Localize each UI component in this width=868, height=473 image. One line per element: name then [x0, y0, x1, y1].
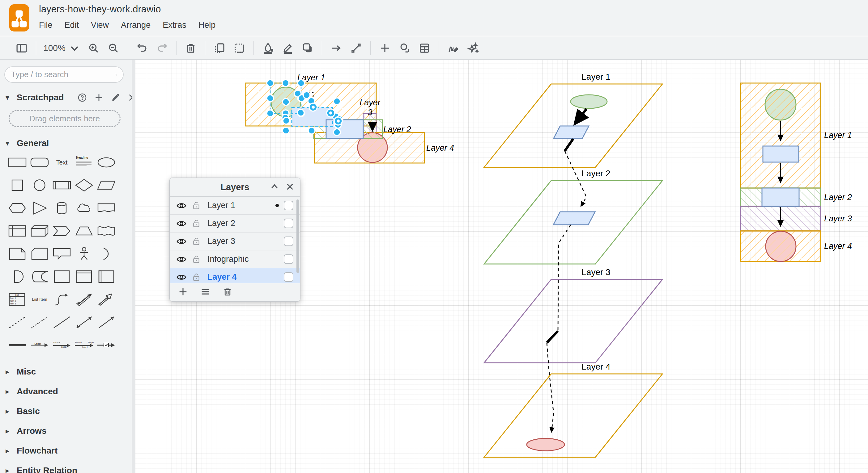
edit-pencil-icon[interactable] — [111, 93, 121, 102]
shape-list[interactable]: ListItem 1Item 2Item 3 — [7, 291, 28, 308]
shape-arrow[interactable] — [96, 291, 117, 308]
toggle-format-panel-button[interactable] — [13, 40, 30, 56]
plane-layer3[interactable] — [484, 279, 662, 363]
layer-checkbox[interactable] — [284, 272, 293, 282]
section-arrows[interactable]: ▸Arrows — [0, 421, 132, 441]
help-icon[interactable] — [77, 93, 87, 102]
shape-source-label-arrow[interactable]: SourceLabel — [51, 337, 72, 354]
layer-name[interactable]: Layer 4 — [208, 272, 284, 282]
dashed-connector-3[interactable] — [547, 343, 554, 432]
layer-row-infographic[interactable]: Infographic — [170, 250, 300, 268]
dashed-connector-1[interactable] — [565, 151, 586, 206]
zoom-out-button[interactable] — [105, 40, 122, 56]
dashed-connector-2[interactable] — [558, 225, 570, 331]
shape-cloud[interactable] — [73, 199, 95, 217]
shape-or[interactable] — [96, 245, 117, 263]
thick-arrow[interactable] — [576, 109, 586, 123]
shape-line[interactable] — [51, 314, 72, 331]
sidebar-scrollbar[interactable] — [132, 60, 135, 473]
shape-diamond[interactable] — [73, 177, 95, 194]
shape-actor[interactable] — [73, 245, 95, 263]
plane-layer4[interactable] — [484, 374, 662, 457]
shape-link[interactable] — [7, 337, 28, 354]
shape-and[interactable] — [7, 268, 28, 285]
diagram-overlap[interactable]: Layer 1 Layer 3 Layer 2 Layer 4 — [246, 73, 454, 163]
layer-row-layer-3[interactable]: Layer 3 — [170, 233, 300, 250]
shape-list-item[interactable]: List Item — [29, 291, 50, 308]
layer-checkbox[interactable] — [284, 201, 293, 210]
shape-parallelogram[interactable] — [96, 177, 117, 194]
layer-row-layer-4[interactable]: Layer 4 — [170, 268, 300, 283]
section-advanced[interactable]: ▸Advanced — [0, 382, 132, 401]
add-icon[interactable] — [94, 93, 104, 102]
green-ellipse[interactable] — [570, 95, 607, 108]
shape-tape[interactable] — [96, 222, 117, 240]
shape-card[interactable] — [29, 245, 50, 263]
layer-row-layer-2[interactable]: Layer 2 — [170, 214, 300, 233]
layers-dialog-titlebar[interactable]: Layers — [170, 178, 300, 197]
sketch-button[interactable] — [445, 40, 461, 56]
diagram-stack[interactable]: Layer 1 Layer 2 Layer 3 Layer 4 — [484, 72, 662, 457]
shape-bidirectional-arrow[interactable] — [73, 291, 95, 308]
shape-search[interactable] — [4, 66, 124, 83]
line-color-button[interactable] — [280, 40, 296, 56]
to-front-button[interactable] — [211, 40, 227, 56]
shape-internal-storage[interactable] — [7, 222, 28, 240]
shape-cylinder[interactable] — [51, 199, 72, 217]
shape-step[interactable] — [51, 222, 72, 240]
shape-hexagon[interactable] — [7, 199, 28, 217]
scratchpad-drop-area[interactable]: Drag elements here — [9, 110, 121, 127]
section-basic[interactable]: ▸Basic — [0, 401, 132, 421]
waypoints-button[interactable] — [348, 40, 364, 56]
red-ellipse[interactable] — [527, 438, 564, 451]
layer-checkbox[interactable] — [284, 218, 293, 228]
table-button[interactable] — [416, 40, 432, 56]
shape-dotted-line[interactable] — [29, 314, 50, 331]
shape-bidirectional-connector[interactable] — [73, 314, 95, 331]
zoom-level-button[interactable]: 100% — [42, 40, 82, 56]
undo-button[interactable] — [134, 40, 150, 56]
visibility-eye-icon[interactable] — [177, 218, 186, 229]
visibility-eye-icon[interactable] — [177, 236, 186, 246]
shape-arrow-with-box[interactable] — [96, 337, 117, 354]
shape-textbox[interactable]: Heading — [73, 154, 95, 171]
shape-callout[interactable] — [51, 245, 72, 263]
insert-shape-button[interactable] — [397, 40, 413, 56]
shape-rectangle[interactable] — [7, 154, 28, 171]
close-dialog-button[interactable] — [285, 181, 295, 193]
shadow-button[interactable] — [300, 40, 316, 56]
layer-name[interactable]: Layer 1 — [208, 201, 275, 210]
unlock-icon[interactable] — [192, 201, 200, 210]
shape-label-arrow[interactable]: Label — [29, 337, 50, 354]
blue-parallelogram-2[interactable] — [553, 212, 595, 225]
shape-container[interactable] — [51, 268, 72, 285]
menu-view[interactable]: View — [91, 21, 109, 30]
shape-circle[interactable] — [29, 177, 50, 194]
menu-edit[interactable]: Edit — [65, 21, 79, 30]
menu-extras[interactable]: Extras — [163, 21, 186, 30]
visibility-eye-icon[interactable] — [177, 201, 186, 210]
visibility-eye-icon[interactable] — [177, 255, 186, 264]
shape-rounded-rectangle[interactable] — [29, 154, 50, 171]
section-entity-relation[interactable]: ▸Entity Relation — [0, 461, 132, 473]
layer-name[interactable]: Layer 3 — [208, 236, 284, 246]
section-misc[interactable]: ▸Misc — [0, 362, 132, 382]
shape-text[interactable]: Text — [51, 154, 72, 171]
shape-curve[interactable] — [51, 291, 72, 308]
redo-button[interactable] — [154, 40, 170, 56]
menu-file[interactable]: File — [39, 21, 53, 30]
shape-trapezoid[interactable] — [73, 222, 95, 240]
shape-square[interactable] — [7, 177, 28, 194]
search-input[interactable] — [11, 70, 115, 79]
section-flowchart[interactable]: ▸Flowchart — [0, 441, 132, 461]
shape-note[interactable] — [7, 245, 28, 263]
collapse-dialog-button[interactable] — [269, 181, 280, 193]
shape-ellipse[interactable] — [96, 154, 117, 171]
to-back-button[interactable] — [231, 40, 247, 56]
diagram-flow[interactable]: Layer 1 Layer 2 Layer 3 Layer 4 — [740, 83, 852, 262]
flow-blue-rect-2[interactable] — [762, 188, 799, 206]
scratchpad-header[interactable]: ▾ Scratchpad — [6, 91, 129, 104]
blue-parallelogram-1[interactable] — [554, 126, 589, 138]
layer-menu-button[interactable] — [200, 286, 211, 298]
delete-button[interactable] — [183, 40, 199, 56]
